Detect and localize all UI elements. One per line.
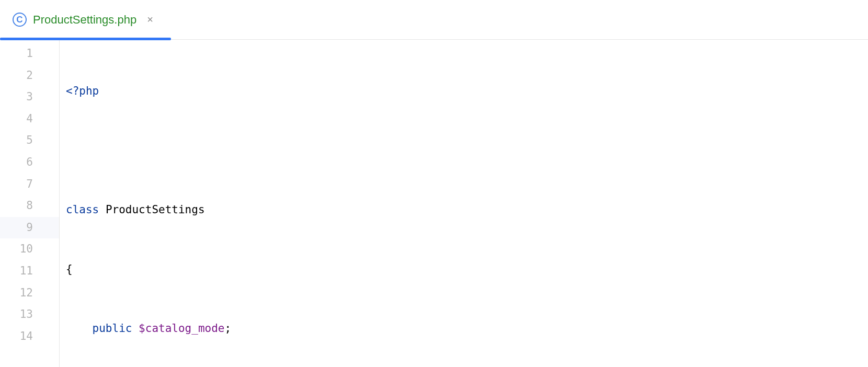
token-brace: { <box>66 263 73 276</box>
tab-bar: C ProductSettings.php × <box>0 0 868 40</box>
line-number: 10 <box>0 238 59 260</box>
code-area[interactable]: <?php class ProductSettings { public $ca… <box>60 40 868 367</box>
line-number: 7 <box>0 174 59 196</box>
code-line[interactable]: public $catalog_mode; <box>60 318 868 340</box>
line-number: 3 <box>0 86 59 108</box>
token-class-name: ProductSettings <box>106 203 205 216</box>
tab-label: ProductSettings.php <box>33 13 136 27</box>
code-line[interactable] <box>60 140 868 162</box>
tab-product-settings[interactable]: C ProductSettings.php × <box>0 0 166 39</box>
token-keyword: class <box>66 203 99 216</box>
code-line[interactable]: <?php <box>60 81 868 102</box>
token-variable: $catalog_mode <box>139 322 224 335</box>
line-number: 11 <box>0 260 59 282</box>
code-line[interactable]: { <box>60 259 868 281</box>
line-number: 9 <box>0 217 59 239</box>
token-semicolon: ; <box>224 322 231 335</box>
line-number: 8 <box>0 195 59 217</box>
line-number: 5 <box>0 130 59 152</box>
editor: 1 2 3 4 5 6 7 8 9 10 11 12 13 14 <?php c… <box>0 40 868 367</box>
line-number: 1 <box>0 43 59 65</box>
token-php-open: <?php <box>66 85 99 97</box>
gutter: 1 2 3 4 5 6 7 8 9 10 11 12 13 14 <box>0 40 60 367</box>
line-number: 13 <box>0 304 59 326</box>
line-number: 4 <box>0 108 59 130</box>
code-line[interactable]: class ProductSettings <box>60 199 868 221</box>
token-keyword: public <box>93 322 132 335</box>
class-file-icon: C <box>13 13 27 27</box>
close-icon[interactable]: × <box>147 14 153 26</box>
line-number: 14 <box>0 326 59 348</box>
line-number: 12 <box>0 282 59 304</box>
line-number: 2 <box>0 65 59 87</box>
line-number: 6 <box>0 152 59 174</box>
